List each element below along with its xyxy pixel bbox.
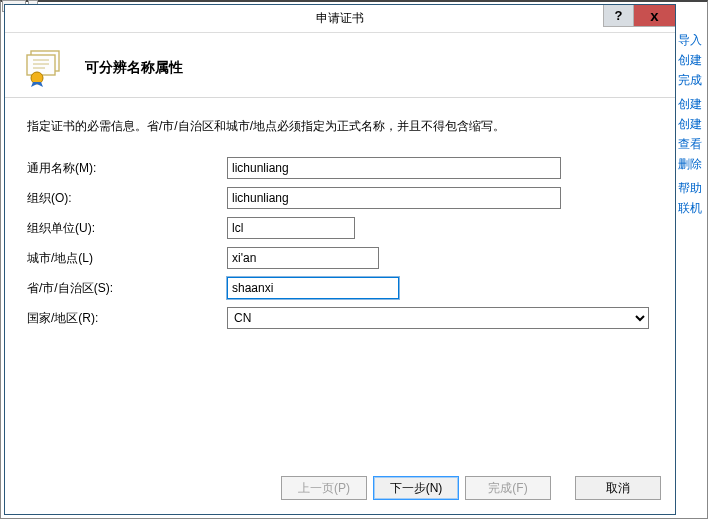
previous-button: 上一页(P) <box>281 476 367 500</box>
side-link[interactable]: 完成 <box>678 70 704 90</box>
state-label: 省/市/自治区(S): <box>27 280 227 297</box>
city-label: 城市/地点(L) <box>27 250 227 267</box>
side-link[interactable]: 导入 <box>678 30 704 50</box>
help-button[interactable]: ? <box>603 5 633 27</box>
finish-button: 完成(F) <box>465 476 551 500</box>
close-button[interactable]: x <box>633 5 675 27</box>
certificate-icon <box>25 49 67 87</box>
common-name-label: 通用名称(M): <box>27 160 227 177</box>
title-bar: 申请证书 ? x <box>5 5 675 33</box>
svg-rect-1 <box>27 55 55 75</box>
dialog-window: 申请证书 ? x 可分辨名称属性 指定证书的必需信息。省/市/自治区和城市/地点… <box>4 4 676 515</box>
organization-label: 组织(O): <box>27 190 227 207</box>
dialog-header: 可分辨名称属性 <box>5 33 675 98</box>
organization-input[interactable] <box>227 187 561 209</box>
dialog-content: 指定证书的必需信息。省/市/自治区和城市/地点必须指定为正式名称，并且不得包含缩… <box>5 98 675 466</box>
background-action-panel: 导入 创建 完成 创建 创建 查看 删除 帮助 联机 <box>678 30 704 218</box>
common-name-input[interactable] <box>227 157 561 179</box>
state-input[interactable] <box>227 277 399 299</box>
side-link[interactable]: 创建 <box>678 114 704 134</box>
dialog-footer: 上一页(P) 下一步(N) 完成(F) 取消 <box>5 466 675 514</box>
next-button[interactable]: 下一步(N) <box>373 476 459 500</box>
page-heading: 可分辨名称属性 <box>85 59 183 77</box>
side-link[interactable]: 创建 <box>678 50 704 70</box>
cancel-button[interactable]: 取消 <box>575 476 661 500</box>
org-unit-label: 组织单位(U): <box>27 220 227 237</box>
side-link[interactable]: 帮助 <box>678 178 704 198</box>
side-link[interactable]: 创建 <box>678 94 704 114</box>
country-select[interactable]: CN <box>227 307 649 329</box>
org-unit-input[interactable] <box>227 217 355 239</box>
country-label: 国家/地区(R): <box>27 310 227 327</box>
window-title: 申请证书 <box>316 10 364 27</box>
side-link[interactable]: 联机 <box>678 198 704 218</box>
description-text: 指定证书的必需信息。省/市/自治区和城市/地点必须指定为正式名称，并且不得包含缩… <box>27 118 653 135</box>
side-link[interactable]: 查看 <box>678 134 704 154</box>
city-input[interactable] <box>227 247 379 269</box>
side-link[interactable]: 删除 <box>678 154 704 174</box>
